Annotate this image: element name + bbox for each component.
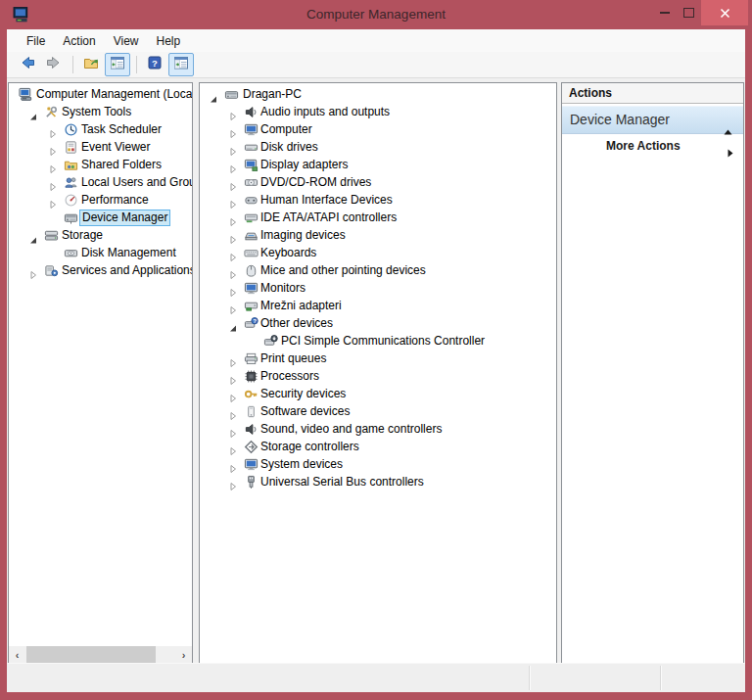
tree-item-storage[interactable]: Storage	[9, 227, 192, 245]
software-device-icon	[244, 404, 258, 419]
scrollbar-thumb[interactable]	[26, 646, 156, 663]
tree-item-label: PCI Simple Communications Controller	[279, 334, 487, 349]
scrollbar-track[interactable]	[25, 646, 175, 663]
forward-button[interactable]	[41, 53, 67, 76]
tree-item-local-users-and-groups[interactable]: Local Users and Groups	[9, 174, 192, 192]
tree-item-processors[interactable]: Processors	[200, 368, 556, 386]
tree-item-label: Display adapters	[258, 158, 350, 172]
tree-item-label: Storage controllers	[258, 440, 361, 454]
tree-item-security-devices[interactable]: Security devices	[200, 386, 556, 403]
tree-item-mre-ni-adapteri[interactable]: Mrežni adapteri	[200, 298, 556, 315]
expand-arrow-icon[interactable]	[228, 284, 238, 294]
expand-arrow-icon[interactable]	[228, 143, 238, 153]
tree-item-software-devices[interactable]: Software devices	[200, 403, 556, 421]
menu-file[interactable]: File	[18, 31, 54, 51]
scroll-right-button[interactable]: ›	[175, 646, 192, 663]
imaging-icon	[244, 228, 258, 243]
close-button[interactable]	[701, 0, 748, 25]
expand-arrow-icon[interactable]	[48, 161, 58, 170]
tree-item-ide-ata-atapi-controllers[interactable]: IDE ATA/ATAPI controllers	[200, 210, 556, 227]
menu-help[interactable]: Help	[148, 31, 190, 51]
tree-item-print-queues[interactable]: Print queues	[200, 350, 556, 368]
expand-arrow-icon[interactable]	[228, 196, 238, 206]
expand-arrow-icon[interactable]	[228, 249, 238, 258]
expand-arrow-icon[interactable]	[228, 478, 238, 488]
title-bar[interactable]: Computer Management	[0, 0, 752, 29]
tree-item-sound-video-and-game-controllers[interactable]: Sound, video and game controllers	[200, 421, 556, 439]
scroll-left-button[interactable]: ‹	[9, 646, 25, 663]
tree-item-task-scheduler[interactable]: Task Scheduler	[9, 121, 192, 139]
tree-item-system-tools[interactable]: System Tools	[9, 104, 192, 121]
collapse-arrow-icon[interactable]	[28, 108, 38, 117]
tree-item-storage-controllers[interactable]: Storage controllers	[200, 439, 556, 456]
tree-item-services-and-applications[interactable]: Services and Applications	[9, 262, 192, 280]
collapse-arrow-icon[interactable]	[28, 231, 38, 241]
tree-item-label: System Tools	[60, 105, 133, 119]
expand-arrow-icon[interactable]	[228, 161, 238, 170]
expand-arrow-icon[interactable]	[48, 196, 58, 206]
expand-arrow-icon[interactable]	[48, 125, 58, 135]
tree-item-other-devices[interactable]: ?Other devices	[200, 315, 556, 333]
unknown-device-icon	[263, 334, 278, 349]
expand-arrow-icon[interactable]	[228, 372, 238, 382]
tree-item-mice-and-other-pointing-devices[interactable]: Mice and other pointing devices	[200, 262, 556, 280]
expand-arrow-icon[interactable]	[228, 460, 238, 470]
tree-item-computer[interactable]: Computer	[200, 121, 556, 139]
tree-item-device-manager[interactable]: Device Manager	[9, 210, 192, 227]
action-pane-toggle-button[interactable]	[168, 53, 194, 76]
expand-arrow-icon[interactable]	[48, 143, 58, 153]
minimize-button[interactable]	[652, 0, 677, 25]
actions-section-device-manager[interactable]: Device Manager	[562, 106, 743, 134]
collapse-arrow-icon[interactable]	[209, 90, 218, 100]
window-pane-right-icon	[173, 55, 189, 74]
tree-item-display-adapters[interactable]: Display adapters	[200, 157, 556, 174]
tree-item-label: Local Users and Groups	[79, 175, 193, 190]
tree-item-shared-folders[interactable]: Shared Folders	[9, 157, 192, 174]
keyboard-icon	[244, 246, 258, 260]
maximize-button[interactable]	[677, 0, 701, 25]
collapse-arrow-icon[interactable]	[228, 319, 238, 329]
expand-arrow-icon[interactable]	[228, 213, 238, 223]
horizontal-scrollbar[interactable]: ‹ ›	[9, 646, 192, 663]
tree-item-disk-drives[interactable]: Disk drives	[200, 139, 556, 157]
expand-arrow-icon[interactable]	[228, 425, 238, 435]
tree-item-label: Print queues	[258, 351, 328, 366]
console-tree-toggle-button[interactable]	[105, 53, 130, 76]
tree-item-pci-simple-communications-controller[interactable]: PCI Simple Communications Controller	[200, 333, 556, 350]
expand-arrow-icon[interactable]	[228, 108, 238, 117]
tree-item-event-viewer[interactable]: Event Viewer	[9, 139, 192, 157]
device-manager-icon	[64, 210, 78, 225]
expand-arrow-icon[interactable]	[228, 390, 238, 399]
tree-item-label: Disk Management	[79, 246, 178, 260]
expand-arrow-icon[interactable]	[48, 178, 58, 188]
expand-arrow-icon[interactable]	[228, 231, 238, 241]
menu-view[interactable]: View	[105, 31, 148, 51]
tree-item-dragan-pc[interactable]: Dragan-PC	[200, 86, 556, 104]
maximize-icon	[683, 8, 694, 18]
menu-action[interactable]: Action	[54, 31, 104, 51]
tree-item-monitors[interactable]: Monitors	[200, 280, 556, 298]
tree-item-keyboards[interactable]: Keyboards	[200, 245, 556, 262]
tree-item-computer-management-local[interactable]: Computer Management (Local	[9, 86, 192, 104]
usb-icon	[244, 475, 258, 490]
expand-arrow-icon[interactable]	[228, 443, 238, 452]
expand-arrow-icon[interactable]	[228, 407, 238, 417]
tree-item-universal-serial-bus-controllers[interactable]: Universal Serial Bus controllers	[200, 474, 556, 491]
tree-item-human-interface-devices[interactable]: Human Interface Devices	[200, 192, 556, 210]
tree-item-imaging-devices[interactable]: Imaging devices	[200, 227, 556, 245]
back-button[interactable]	[15, 53, 40, 76]
folder-arrow-button[interactable]	[78, 53, 104, 76]
expand-arrow-icon[interactable]	[228, 354, 238, 364]
expand-arrow-icon[interactable]	[228, 125, 238, 135]
expand-arrow-icon[interactable]	[228, 266, 238, 276]
tree-item-disk-management[interactable]: Disk Management	[9, 245, 192, 262]
tree-item-performance[interactable]: Performance	[9, 192, 192, 210]
more-actions-item[interactable]: More Actions	[562, 134, 743, 158]
tree-item-dvd-cd-rom-drives[interactable]: DVD/CD-ROM drives	[200, 174, 556, 192]
expand-arrow-icon[interactable]	[28, 266, 38, 276]
tree-item-audio-inputs-and-outputs[interactable]: Audio inputs and outputs	[200, 104, 556, 121]
help-button[interactable]: ?	[142, 53, 167, 76]
expand-arrow-icon[interactable]	[228, 302, 238, 311]
tree-item-system-devices[interactable]: System devices	[200, 456, 556, 474]
expand-arrow-icon[interactable]	[228, 178, 238, 188]
